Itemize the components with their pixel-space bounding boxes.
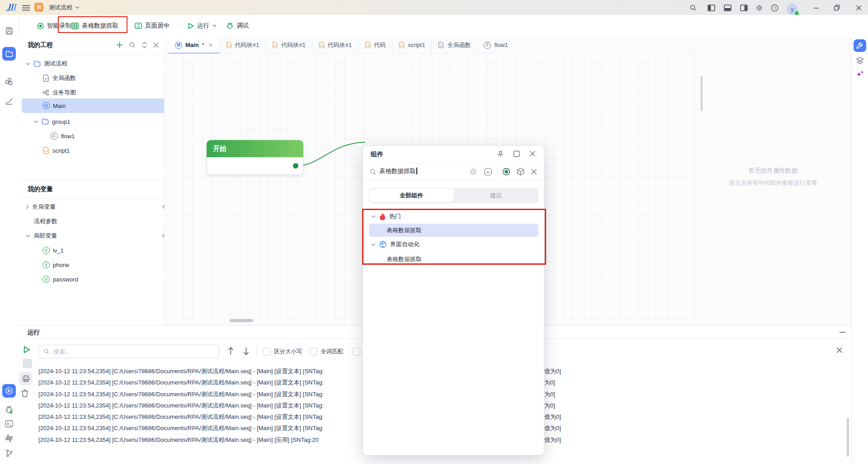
component-item-ui-table-capture[interactable]: 表格数据抓取 (369, 253, 538, 266)
third-checkbox[interactable] (353, 348, 360, 356)
tree-item-project-root[interactable]: 测试流程 (18, 56, 172, 71)
terminal-rail-icon[interactable] (2, 417, 16, 431)
tree-item-main[interactable]: M Main (22, 98, 181, 113)
sidebar-item-annotate[interactable] (2, 94, 16, 108)
flame-icon (379, 213, 386, 220)
sidebar-item-components[interactable] (2, 75, 16, 89)
component-group-hot[interactable]: 热门 (363, 210, 544, 223)
log-vertical-scrollbar[interactable] (847, 418, 849, 457)
tab-codeblock1[interactable]: 代码块#1 (220, 37, 266, 53)
save-icon[interactable] (2, 24, 16, 37)
toggle-bottom-panel-icon[interactable] (722, 2, 733, 14)
checkbox[interactable] (310, 348, 317, 356)
close-tab-icon[interactable]: ✕ (208, 42, 213, 48)
find-next-icon[interactable] (243, 347, 250, 356)
tab-label: script1 (408, 42, 425, 48)
collapse-all-icon[interactable] (142, 42, 147, 48)
help-icon[interactable]: ? (769, 2, 780, 14)
tab-codeblock2[interactable]: 代码块#1 (266, 37, 312, 53)
case-sensitive-checkbox[interactable]: 区分大小写 (263, 348, 302, 356)
tab-flow1[interactable]: F flow1 (477, 37, 514, 53)
chevron-down-icon (371, 215, 376, 218)
properties-rail-icon[interactable] (854, 39, 866, 52)
checkbox[interactable] (353, 348, 360, 356)
component-cube-icon[interactable] (517, 168, 524, 176)
element-picker-icon[interactable] (502, 168, 510, 176)
tab-code[interactable]: 代码 (359, 37, 392, 53)
ai-search-icon[interactable]: AI (484, 168, 492, 176)
table-capture-button[interactable]: 表格数据抓取 (71, 22, 118, 30)
sidebar-item-projects[interactable] (2, 47, 16, 61)
component-group-ui-automation[interactable]: 界面自动化 (363, 238, 544, 251)
print-log-button[interactable] (19, 372, 33, 385)
toggle-right-panel-icon[interactable] (738, 2, 750, 14)
toggle-left-panel-icon[interactable] (705, 2, 717, 14)
dirty-indicator: * (202, 42, 204, 48)
tab-suggestions[interactable]: 建议 (453, 188, 538, 203)
minimize-panel-icon[interactable] (840, 332, 845, 333)
component-panel-header[interactable]: 组件 (363, 146, 544, 164)
center-page-button[interactable]: 页面居中 (135, 22, 170, 30)
minimize-window-icon[interactable] (810, 2, 822, 14)
maximize-panel-icon[interactable] (513, 150, 520, 157)
close-run-panel-icon[interactable] (836, 347, 843, 353)
project-tab-title[interactable]: 测试流程 (49, 4, 72, 12)
component-search-bar[interactable]: 表格数据抓取 AI (363, 163, 544, 181)
debug-button[interactable]: 调试 (226, 22, 249, 30)
var-item-phone[interactable]: V phone (18, 258, 189, 272)
tree-item-business-map[interactable]: 业务导图 (18, 85, 189, 100)
tab-global-functions[interactable]: fx 全局函数 (432, 37, 477, 53)
project-tab-chevron-icon[interactable] (75, 6, 80, 9)
run-panel-rail-icon[interactable] (2, 384, 16, 398)
search-project-icon[interactable] (129, 42, 136, 48)
property-panel: 暂无组件属性数据 请点击画布中的组件面板进行查看 (694, 37, 852, 325)
stop-button[interactable] (23, 359, 32, 368)
avatar[interactable]: y (787, 4, 798, 15)
var-group-global[interactable]: 全局变量 + (18, 200, 172, 214)
start-node[interactable]: 开始 (207, 140, 303, 175)
hamburger-menu-icon[interactable] (20, 2, 32, 14)
tree-item-global-functions[interactable]: fx 全局函数 (18, 71, 189, 85)
restore-window-icon[interactable] (831, 2, 843, 14)
log-line-tail: 值为0] (544, 424, 561, 434)
git-branch-rail-icon[interactable] (2, 446, 16, 460)
tab-main[interactable]: M Main * ✕ (169, 37, 220, 53)
find-previous-icon[interactable] (227, 347, 234, 356)
ai-sparkles-rail-icon[interactable] (854, 69, 866, 80)
canvas-horizontal-scrollbar[interactable] (230, 319, 253, 322)
property-panel-scrollbar[interactable] (701, 76, 703, 111)
run-button[interactable]: 运行 (188, 22, 217, 30)
python-rail-icon[interactable] (2, 431, 16, 445)
component-item-hot-table-capture[interactable]: 表格数据抓取 (369, 224, 538, 237)
component-search-value[interactable]: 表格数据抓取 (379, 167, 417, 175)
smart-record-button[interactable]: 智能录制 (37, 22, 71, 30)
close-window-icon[interactable] (853, 2, 864, 14)
settings-gear-icon[interactable] (753, 2, 765, 14)
var-group-local[interactable]: 局部变量 + (18, 229, 172, 243)
checkbox[interactable] (263, 348, 271, 356)
main-toolbar: 智能录制 表格数据抓取 页面居中 运行 调试 (18, 15, 868, 37)
search-icon[interactable] (687, 2, 699, 14)
whole-word-checkbox[interactable]: 全词匹配 (310, 348, 343, 356)
close-project-panel-icon[interactable] (153, 42, 159, 48)
log-search-input[interactable] (38, 345, 219, 358)
var-item-password[interactable]: V password (18, 272, 189, 286)
layers-rail-icon[interactable] (854, 55, 866, 66)
tab-codeblock3[interactable]: 代码块#1 (312, 37, 359, 53)
add-flow-icon[interactable] (116, 42, 123, 48)
tree-item-script1[interactable]: script1 (18, 143, 189, 158)
clear-search-icon[interactable] (470, 168, 477, 175)
var-item-lv1[interactable]: V lv_1 (18, 243, 189, 258)
var-group-params[interactable]: 流程参数 + (18, 214, 180, 229)
run-log-play-icon[interactable] (24, 346, 30, 354)
debug-rail-icon[interactable] (2, 403, 16, 416)
tab-script1[interactable]: script1 (392, 37, 432, 53)
collapse-search-icon[interactable] (531, 169, 537, 175)
tree-item-group1[interactable]: group1 (18, 114, 180, 129)
pin-icon[interactable] (497, 150, 504, 158)
log-search-field[interactable] (52, 348, 214, 356)
output-port[interactable] (293, 163, 298, 169)
clear-log-trash-icon[interactable] (21, 389, 29, 398)
close-component-panel-icon[interactable] (529, 150, 536, 157)
tab-all-components[interactable]: 全部组件 (369, 188, 454, 203)
